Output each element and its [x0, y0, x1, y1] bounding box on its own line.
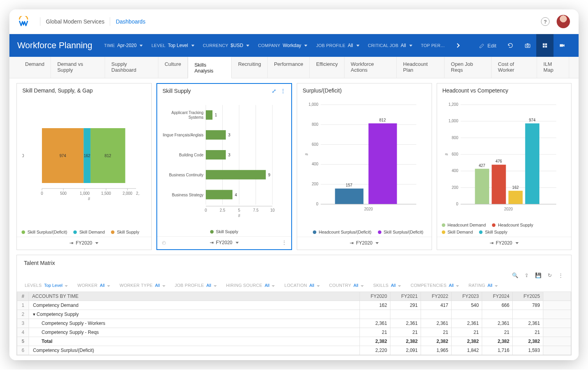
svg-text:600: 600	[452, 152, 458, 156]
filter-top per…[interactable]: TOP PER…	[421, 43, 447, 48]
refresh-button[interactable]	[502, 34, 519, 57]
tab-efficiency[interactable]: Efficiency	[310, 57, 344, 78]
table-row[interactable]: 1Competency Demand162291417540666789	[17, 301, 571, 310]
legend-item: Skill Supply	[111, 230, 139, 234]
svg-text:162: 162	[84, 154, 91, 158]
svg-text:Business Continuity: Business Continuity	[169, 173, 203, 177]
fy-selector[interactable]: ◴ ⇥ FY2020 ⋮	[157, 236, 292, 249]
dashboards-link[interactable]: Dashboards	[116, 18, 145, 25]
tab-skills-analysis[interactable]: Skills Analysis	[188, 57, 232, 78]
table-row[interactable]: 4Competency Supply - Reqs212121212121	[17, 328, 571, 337]
matrix-filter[interactable]: LEVELSTop Level	[25, 283, 68, 288]
card-surplus[interactable]: Surplus/(Deficit) 02004006008001,000#157…	[297, 83, 432, 250]
legend-item: Headcount Surplus/(Deficit)	[313, 230, 372, 234]
fy-selector[interactable]: ⇥ FY2020	[297, 237, 432, 250]
tab-performance[interactable]: Performance	[268, 57, 310, 78]
tab-open-job-reqs[interactable]: Open Job Reqs	[445, 57, 492, 78]
chart-headcount: 02004006008001,0001,200#4274761629742020	[443, 101, 560, 218]
table-row[interactable]: 2▾ Competency Supply	[17, 310, 571, 319]
matrix-filter[interactable]: COMPETENCIESAll	[410, 283, 459, 288]
svg-text:0: 0	[456, 202, 458, 206]
matrix-filter[interactable]: COUNTRYAll	[329, 283, 364, 288]
tab-demand-vs-supply[interactable]: Demand vs Supply	[51, 57, 105, 78]
svg-text:1: 1	[215, 113, 217, 117]
filter-currency[interactable]: CURRENCY$USD	[203, 43, 250, 48]
legend-gap: Skill Surplus/(Deficit)Skill DemandSkill…	[17, 228, 151, 237]
svg-text:2,000: 2,000	[123, 191, 132, 196]
edit-button[interactable]: Edit	[479, 42, 496, 49]
refresh-icon[interactable]: ↻	[548, 272, 552, 278]
grid-view-button[interactable]	[536, 34, 554, 57]
tab-culture[interactable]: Culture	[158, 57, 188, 78]
svg-text:2.5: 2.5	[220, 208, 225, 212]
legend-supply: Skill Supply	[157, 228, 292, 236]
svg-rect-2	[543, 44, 545, 45]
svg-text:800: 800	[452, 136, 458, 140]
svg-rect-95	[525, 123, 539, 204]
matrix-filter[interactable]: LOCATIONAll	[284, 283, 319, 288]
svg-text:162: 162	[512, 185, 519, 190]
matrix-filter[interactable]: RATINGAll	[468, 283, 498, 288]
svg-text:1,000: 1,000	[448, 119, 458, 123]
card-title: Skill Supply	[163, 88, 191, 94]
svg-text:#: #	[238, 214, 240, 218]
matrix-filter[interactable]: WORKERAll	[77, 283, 110, 288]
filter-time[interactable]: TIMEApr-2020	[104, 43, 143, 48]
table-row[interactable]: 5Total2,3822,3822,3822,3822,3822,382	[17, 337, 571, 346]
save-icon[interactable]: 💾	[535, 272, 541, 278]
table-row[interactable]: 3Competency Supply - Workers2,3612,3612,…	[17, 319, 571, 328]
card-skill-gap[interactable]: Skill Demand, Supply, & Gap 202097416281…	[16, 83, 152, 250]
help-icon[interactable]: ?	[541, 17, 550, 26]
expand-icon[interactable]: ⤢	[272, 88, 276, 94]
matrix-filter[interactable]: WORKER TYPEAll	[120, 283, 165, 288]
more-icon[interactable]: ⋮	[280, 88, 286, 94]
filter-level[interactable]: LEVELTop Level	[151, 43, 194, 48]
matrix-filter[interactable]: SKILLSAll	[373, 283, 401, 288]
tab-supply-dashboard[interactable]: Supply Dashboard	[105, 57, 158, 78]
svg-rect-68	[335, 188, 364, 204]
table-row[interactable]: 6Competency Surplus/(Deficit)2,2202,0911…	[17, 346, 571, 355]
svg-text:1,200: 1,200	[448, 102, 458, 107]
svg-text:#: #	[88, 197, 90, 201]
tab-demand[interactable]: Demand	[19, 57, 51, 78]
svg-rect-3	[545, 44, 547, 45]
svg-text:1,000: 1,000	[80, 191, 90, 196]
svg-text:0: 0	[316, 202, 318, 206]
search-icon[interactable]: 🔍	[512, 272, 518, 278]
card-title: Headcount vs Competency	[443, 87, 508, 94]
svg-text:4: 4	[235, 193, 237, 197]
legend-item: Headcount Supply	[492, 223, 533, 227]
fy-selector[interactable]: ⇥ FY2020	[437, 237, 572, 250]
svg-text:157: 157	[346, 183, 352, 187]
svg-text:#: #	[445, 153, 449, 156]
svg-text:3: 3	[228, 133, 230, 137]
more-filters-chevron-icon[interactable]	[455, 43, 459, 47]
fy-selector[interactable]: ⇥ FY2020	[17, 237, 151, 250]
tab-headcount-plan[interactable]: Headcount Plan	[397, 57, 445, 78]
more-icon[interactable]: ⋮	[558, 272, 563, 278]
avatar[interactable]	[557, 15, 570, 28]
talent-matrix-table[interactable]: #ACCOUNTS BY TIMEFY2020FY2021FY2022FY202…	[17, 292, 571, 355]
tabstrip: DemandDemand vs SupplySupply DashboardCu…	[9, 57, 579, 78]
matrix-filter[interactable]: JOB PROFILEAll	[175, 283, 217, 288]
tab-cost-of-worker[interactable]: Cost of Worker	[492, 57, 537, 78]
chart-gap: 202097416281205001,0001,5002,0002,…#	[22, 101, 140, 214]
snapshot-button[interactable]	[519, 34, 536, 57]
present-button[interactable]	[554, 34, 571, 57]
card-skill-supply[interactable]: Skill Supply ⤢ ⋮ 1Applicant TrackingSyst…	[156, 83, 292, 250]
camera-icon	[524, 42, 531, 49]
tab-recruiting[interactable]: Recruiting	[232, 57, 268, 78]
filter-job profile[interactable]: JOB PROFILEAll	[316, 43, 359, 48]
export-icon[interactable]: ⇪	[524, 272, 529, 278]
tab-ilm-map[interactable]: ILM Map	[537, 57, 569, 78]
legend-headcount: Headcount DemandHeadcount SupplySkill De…	[437, 221, 572, 237]
filter-critical job[interactable]: CRITICAL JOBAll	[368, 43, 412, 48]
svg-text:Systems: Systems	[188, 115, 203, 120]
filter-company[interactable]: COMPANYWorkday	[258, 43, 307, 48]
svg-text:1,500: 1,500	[101, 191, 111, 196]
card-headcount[interactable]: Headcount vs Competency 02004006008001,0…	[437, 83, 572, 250]
more-icon[interactable]: ⋮	[282, 240, 287, 245]
tab-workforce-actions[interactable]: Workforce Actions	[345, 57, 397, 78]
svg-text:974: 974	[529, 118, 535, 122]
matrix-filter[interactable]: HIRING SOURCEAll	[226, 283, 275, 288]
